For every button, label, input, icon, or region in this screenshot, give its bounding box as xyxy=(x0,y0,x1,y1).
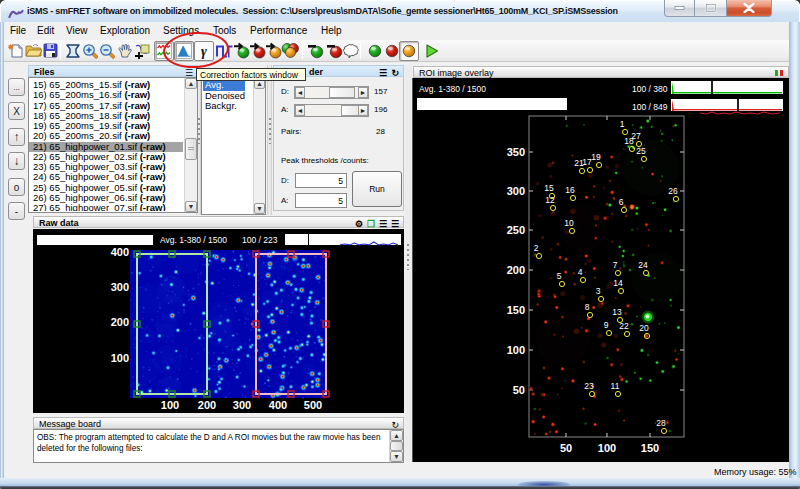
svg-text:6: 6 xyxy=(619,197,624,207)
svg-text:150: 150 xyxy=(507,304,525,316)
svg-text:500: 500 xyxy=(304,399,322,411)
svg-text:100: 100 xyxy=(507,344,525,356)
svg-text:8: 8 xyxy=(585,302,590,312)
svg-text:250: 250 xyxy=(507,224,525,236)
svg-text:3: 3 xyxy=(596,286,601,296)
svg-text:400: 400 xyxy=(269,399,287,411)
svg-text:100: 100 xyxy=(598,442,616,454)
svg-text:13: 13 xyxy=(612,307,622,317)
svg-text:4: 4 xyxy=(578,267,583,277)
svg-text:11: 11 xyxy=(611,381,620,391)
svg-text:150: 150 xyxy=(641,442,659,454)
svg-text:10: 10 xyxy=(564,218,574,228)
svg-text:100: 100 xyxy=(161,399,179,411)
svg-text:24: 24 xyxy=(638,260,648,270)
svg-text:2: 2 xyxy=(534,243,539,253)
svg-text:300: 300 xyxy=(111,281,129,293)
svg-text:28: 28 xyxy=(656,418,666,428)
svg-text:12: 12 xyxy=(545,195,555,205)
svg-text:200: 200 xyxy=(507,264,525,276)
svg-text:300: 300 xyxy=(507,185,525,197)
svg-text:5: 5 xyxy=(557,271,562,281)
svg-text:200: 200 xyxy=(111,316,129,328)
svg-text:26: 26 xyxy=(668,186,678,196)
svg-text:25: 25 xyxy=(636,146,646,156)
svg-text:100: 100 xyxy=(111,352,129,364)
svg-text:15: 15 xyxy=(544,183,554,193)
svg-text:350: 350 xyxy=(507,146,525,158)
svg-text:18: 18 xyxy=(624,136,634,146)
svg-text:300: 300 xyxy=(233,399,251,411)
svg-text:9: 9 xyxy=(604,320,609,330)
svg-text:20: 20 xyxy=(639,323,649,333)
svg-text:23: 23 xyxy=(584,381,594,391)
svg-text:22: 22 xyxy=(619,321,629,331)
svg-text:200: 200 xyxy=(198,399,216,411)
svg-text:7: 7 xyxy=(613,260,618,270)
svg-text:50: 50 xyxy=(513,384,525,396)
svg-text:19: 19 xyxy=(591,152,601,162)
svg-text:16: 16 xyxy=(565,185,575,195)
svg-text:400: 400 xyxy=(111,246,129,258)
svg-text:21: 21 xyxy=(574,158,584,168)
svg-text:14: 14 xyxy=(613,278,623,288)
svg-text:50: 50 xyxy=(560,442,572,454)
svg-text:1: 1 xyxy=(620,119,625,129)
